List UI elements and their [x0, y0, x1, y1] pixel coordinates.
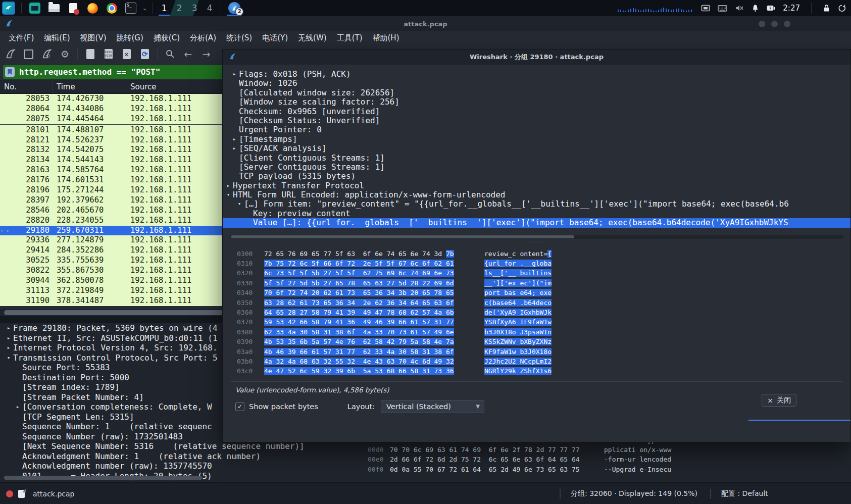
expand-arrow-icon[interactable]: ▸ [4, 343, 13, 353]
detail-tree-line[interactable]: Key: preview_content [223, 209, 850, 218]
workspace-button[interactable]: 3 [187, 0, 202, 16]
logout-icon[interactable] [838, 4, 846, 12]
detail-tree-line[interactable]: ▸ [SEQ/ACK analysis] [223, 144, 850, 153]
menu-item[interactable]: 分析(A) [185, 33, 221, 43]
expand-arrow-icon[interactable] [13, 382, 22, 392]
detail-tree-line[interactable]: [Checksum Status: Unverified] [223, 116, 850, 125]
hex-row[interactable]: 00d0 70 70 6c 69 63 61 74 69 6f 6e 2f 78… [368, 445, 691, 455]
save-file-button[interactable]: 0101 0110 0101 [101, 47, 116, 61]
editor-launcher[interactable] [68, 3, 79, 14]
stop-capture-button[interactable] [21, 47, 36, 61]
bookmark-icon[interactable] [5, 67, 15, 77]
wireshark-taskbar-button[interactable]: 2 [227, 0, 242, 16]
reload-file-button[interactable] [137, 47, 152, 61]
next-packet-button[interactable]: → [199, 47, 214, 61]
profile-status[interactable]: 配置 : Default [721, 489, 768, 498]
workspace-button[interactable]: 2 [172, 0, 187, 16]
expand-arrow-icon[interactable] [230, 97, 239, 107]
menu-item[interactable]: 无线(W) [293, 33, 331, 43]
hex-row[interactable]: 00e0 2d 66 6f 72 6d 2d 75 72 6c 65 6e 63… [368, 455, 691, 464]
detail-tree-line[interactable]: ▾ HTML Form URL Encoded: application/x-w… [223, 190, 850, 199]
detail-tree-line[interactable]: Checksum: 0x9965 [unverified] [223, 107, 850, 116]
layout-select[interactable]: Vertical (Stacked) ▼ [381, 400, 484, 413]
hex-row[interactable]: 0380 62 33 4a 30 58 31 38 6f 4a 33 70 73… [237, 327, 850, 337]
expand-arrow-icon[interactable] [230, 88, 239, 97]
dialog-close-button[interactable]: × 关闭 [762, 394, 796, 407]
detail-tree-line[interactable]: Value […]: {{url_for.__globals__['__buil… [223, 218, 850, 227]
expand-arrow-icon[interactable] [13, 432, 22, 442]
hex-row[interactable]: 0310 7b 75 72 6c 5f 66 6f 72 2e 5f 5f 67… [237, 259, 850, 268]
menu-item[interactable]: 跳转(G) [112, 33, 148, 43]
menu-item[interactable]: 编辑(E) [39, 33, 74, 43]
find-packet-button[interactable] [163, 47, 177, 61]
menu-item[interactable]: 文件(F) [4, 33, 38, 43]
hex-row[interactable]: 03a0 4b 46 39 66 61 57 31 77 62 33 4a 30… [237, 347, 850, 357]
detail-tree-line[interactable]: [Calculated window size: 262656] [223, 88, 850, 97]
detail-tree-line[interactable]: Urgent Pointer: 0 [223, 125, 850, 134]
hex-row[interactable]: 0320 6c 73 5f 5f 5b 27 5f 5f 62 75 69 6c… [237, 268, 850, 278]
chevron-down-icon[interactable]: ⌄ [142, 5, 147, 12]
menu-item[interactable]: 帮助(H) [368, 33, 404, 43]
expand-arrow-icon[interactable] [13, 422, 22, 432]
expand-arrow-icon[interactable]: ▾ [4, 353, 13, 363]
hex-row[interactable]: 0350 63 28 62 61 73 65 36 34 2e 62 36 34… [237, 298, 850, 308]
expand-arrow-icon[interactable] [230, 154, 239, 163]
hex-row[interactable]: 0360 64 65 28 27 58 79 41 39 49 47 78 68… [237, 308, 850, 317]
column-header-time[interactable]: Time [53, 80, 126, 93]
expand-arrow-icon[interactable] [230, 125, 239, 134]
audio-muted-icon[interactable] [735, 4, 744, 12]
close-button[interactable] [784, 21, 790, 27]
hex-row[interactable]: 0370 59 53 42 66 58 79 41 36 49 46 39 66… [237, 317, 850, 327]
hex-row[interactable]: 0300 72 65 76 69 65 77 5f 63 6f 6e 74 65… [237, 249, 850, 259]
expand-arrow-icon[interactable]: ▾ [235, 199, 244, 209]
terminal-window-launcher[interactable]: $_ [125, 3, 136, 14]
splitter-handle[interactable] [223, 239, 850, 249]
detail-tree-line[interactable]: ▸ Hypertext Transfer Protocol [223, 181, 850, 190]
expand-arrow-icon[interactable] [230, 163, 239, 172]
detail-tree-line[interactable]: [Client Contiguous Streams: 1] [223, 154, 850, 163]
expand-arrow-icon[interactable] [244, 218, 253, 227]
expand-arrow-icon[interactable] [13, 451, 22, 462]
notification-bell-icon[interactable] [752, 4, 759, 12]
keyboard-icon[interactable] [718, 5, 727, 12]
detail-tree-line[interactable]: Window: 1026 [223, 79, 850, 88]
expand-arrow-icon[interactable] [13, 461, 22, 471]
menu-item[interactable]: 电话(Y) [258, 33, 292, 43]
hex-row[interactable]: 03c0 4e 47 52 6c 59 32 39 6b 5a 53 68 66… [237, 366, 850, 376]
expand-arrow-icon[interactable]: ▸ [4, 333, 13, 343]
expand-arrow-icon[interactable] [244, 209, 253, 218]
main-window-titlebar[interactable]: attack.pcap [0, 16, 851, 31]
expand-arrow-icon[interactable] [13, 392, 22, 402]
close-file-button[interactable] [119, 47, 134, 61]
show-packet-bytes-checkbox[interactable] [235, 402, 244, 411]
expand-arrow-icon[interactable]: ▸ [230, 135, 239, 144]
menu-item[interactable]: 工具(T) [332, 33, 367, 43]
terminal-launcher[interactable] [29, 3, 40, 14]
detail-tree-line[interactable]: [Server Contiguous Streams: 1] [223, 163, 850, 172]
expand-arrow-icon[interactable] [230, 116, 239, 125]
expand-arrow-icon[interactable] [13, 441, 22, 451]
restart-capture-button[interactable]: ⟲ [39, 47, 54, 61]
hex-row[interactable]: 0340 70 6f 72 74 20 62 61 73 65 36 34 3b… [237, 288, 850, 297]
detail-tree-line[interactable]: ▸ Flags: 0x018 (PSH, ACK) [223, 70, 850, 79]
network-icon[interactable] [701, 5, 710, 12]
workspace-button[interactable]: 1 [157, 0, 172, 16]
capture-file-icon[interactable] [18, 490, 25, 498]
hex-row[interactable]: 00f0 0d 0a 55 70 67 72 61 64 65 2d 49 6e… [368, 465, 691, 474]
expand-arrow-icon[interactable] [13, 412, 22, 422]
capture-options-button[interactable]: ⚙ [58, 47, 72, 61]
hex-row[interactable]: 03b0 4a 32 4a 68 63 32 55 32 4e 43 63 70… [237, 357, 850, 366]
column-header-no[interactable]: No. [0, 80, 53, 93]
open-file-button[interactable] [83, 47, 97, 61]
expand-arrow-icon[interactable]: ▸ [13, 402, 22, 412]
lock-icon[interactable] [823, 4, 830, 12]
expand-arrow-icon[interactable]: ▾ [224, 190, 233, 199]
expand-arrow-icon[interactable]: ▸ [224, 181, 233, 190]
expand-arrow-icon[interactable]: ▸ [230, 144, 239, 153]
expand-arrow-icon[interactable] [13, 363, 22, 373]
expand-arrow-icon[interactable] [230, 172, 239, 181]
expand-arrow-icon[interactable] [13, 373, 22, 383]
expand-arrow-icon[interactable] [230, 79, 239, 88]
battery-icon[interactable] [767, 5, 775, 11]
detail-tree-line[interactable]: [Window size scaling factor: 256] [223, 97, 850, 107]
